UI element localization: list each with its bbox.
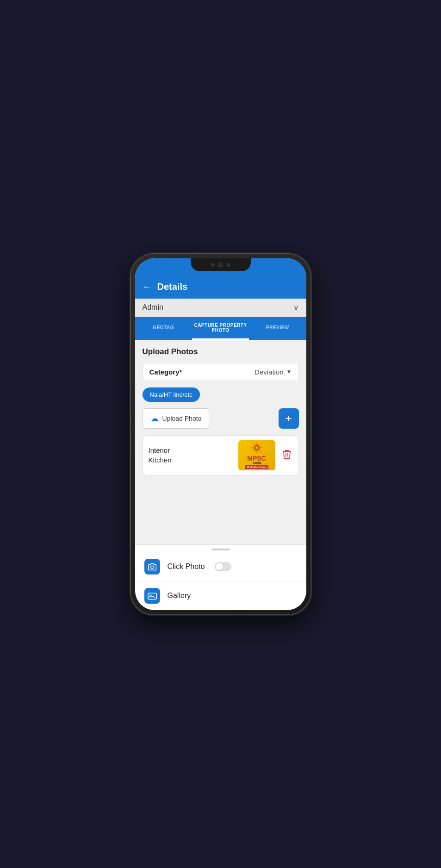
tab-geotag[interactable]: GEOTAG	[135, 319, 192, 337]
click-photo-label: Click Photo	[168, 562, 205, 571]
camera-icon	[144, 559, 160, 575]
deviation-value: Deviation	[255, 368, 284, 376]
mpsc-title: MPSC	[247, 455, 266, 462]
svg-rect-15	[148, 593, 156, 599]
svg-line-6	[252, 443, 253, 444]
click-photo-toggle[interactable]	[215, 562, 231, 571]
svg-line-9	[252, 451, 253, 452]
tag-container: Nala/HT line/etc	[143, 387, 299, 402]
svg-point-11	[255, 446, 258, 449]
trash-icon	[283, 450, 291, 459]
add-photo-button[interactable]: +	[279, 408, 299, 429]
phone-device: ← Details Admin ∨ GEOTAG CAPTURE PROPERT…	[130, 254, 311, 615]
tab-preview[interactable]: PREVIEW	[249, 319, 306, 337]
category-label: Category*	[149, 368, 182, 376]
sheet-handle	[211, 549, 230, 550]
tab-capture-property-photo[interactable]: CAPTURE PROPERTY PHOTO	[192, 317, 249, 340]
phone-screen: ← Details Admin ∨ GEOTAG CAPTURE PROPERT…	[135, 258, 306, 610]
section-title-upload-photos: Upload Photos	[143, 347, 299, 356]
notch-dot-left	[211, 263, 215, 267]
category-row: Category* Deviation ▼	[143, 363, 299, 381]
app-header: ← Details	[135, 277, 306, 299]
upload-cloud-icon: ☁	[150, 413, 159, 424]
upload-btn-label: Upload Photo	[162, 415, 202, 422]
photo-label-interior: Interior	[149, 446, 233, 454]
admin-dropdown-bar[interactable]: Admin ∨	[135, 299, 306, 317]
back-button[interactable]: ←	[143, 281, 152, 292]
photo-thumbnail: MPSC राज्यसेवा 12 Months Course	[238, 440, 275, 470]
nala-tag[interactable]: Nala/HT line/etc	[143, 387, 200, 402]
notch	[191, 258, 251, 271]
svg-point-14	[150, 566, 154, 569]
bottom-sheet: Click Photo Gallery	[135, 544, 306, 610]
mpsc-image: MPSC राज्यसेवा 12 Months Course	[238, 440, 275, 470]
photo-card-labels: Interior Kitchen	[149, 446, 233, 464]
gallery-icon	[144, 588, 160, 604]
gallery-label: Gallery	[168, 592, 191, 600]
sunburst-icon	[250, 441, 263, 454]
deviation-dropdown[interactable]: Deviation ▼	[255, 368, 292, 376]
delete-photo-button[interactable]	[281, 448, 293, 463]
admin-label: Admin	[143, 303, 163, 312]
mpsc-badge: 12 Months Course	[245, 465, 268, 469]
svg-line-7	[260, 451, 261, 452]
tab-bar: GEOTAG CAPTURE PROPERTY PHOTO PREVIEW	[135, 317, 306, 340]
svg-line-8	[260, 443, 261, 444]
upload-photo-button[interactable]: ☁ Upload Photo	[143, 408, 210, 429]
dropdown-arrow-icon: ▼	[286, 368, 292, 375]
camera-notch	[218, 262, 223, 267]
chevron-down-icon: ∨	[293, 303, 299, 312]
notch-dot-right	[227, 263, 230, 267]
gallery-item[interactable]: Gallery	[135, 581, 306, 610]
mpsc-subtitle: राज्यसेवा	[253, 462, 261, 465]
main-content: Upload Photos Category* Deviation ▼ Nala…	[135, 340, 306, 544]
photo-card: Interior Kitchen	[143, 435, 299, 475]
click-photo-item[interactable]: Click Photo	[135, 552, 306, 581]
page-title: Details	[157, 281, 188, 292]
upload-row: ☁ Upload Photo +	[143, 408, 299, 429]
photo-label-kitchen: Kitchen	[149, 456, 233, 464]
